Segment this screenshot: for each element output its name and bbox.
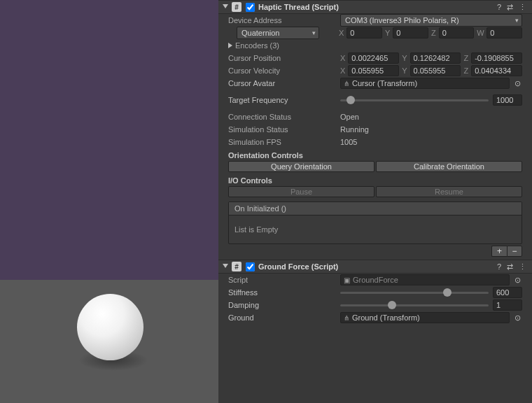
cursor-sphere xyxy=(77,294,144,360)
stiffness-slider[interactable] xyxy=(340,292,489,294)
cursor-pos-y[interactable] xyxy=(410,52,461,64)
io-controls-label: I/O Controls xyxy=(218,174,532,186)
connection-status-value: Open xyxy=(340,113,359,121)
simulation-status-value: Running xyxy=(340,125,369,134)
foldout-icon[interactable] xyxy=(221,262,230,271)
svg-marker-2 xyxy=(223,264,228,268)
script-icon: # xyxy=(232,2,241,12)
haptic-thread-header[interactable]: # Haptic Thread (Script) ? ⇄ ⋮ xyxy=(218,0,532,14)
resume-button[interactable]: Resume xyxy=(376,186,522,197)
quat-z-field[interactable] xyxy=(439,27,475,38)
scene-viewport xyxy=(0,0,218,403)
preset-icon[interactable]: ⇄ xyxy=(507,262,513,271)
simulation-status-label: Simulation Status xyxy=(228,125,340,134)
enable-checkbox[interactable] xyxy=(246,262,255,271)
device-address-dropdown[interactable]: COM3 (Inverse3 Philo Polaris, R) xyxy=(340,14,522,27)
svg-marker-1 xyxy=(228,43,232,48)
stiffness-field[interactable] xyxy=(493,287,522,298)
menu-icon[interactable]: ⋮ xyxy=(519,262,526,271)
damping-field[interactable] xyxy=(493,299,522,311)
transform-icon: ⋔ xyxy=(344,80,349,87)
target-frequency-slider[interactable] xyxy=(340,99,489,101)
cursor-vel-z[interactable] xyxy=(471,65,522,76)
device-address-label: Device Address xyxy=(228,16,340,24)
stiffness-label: Stiffness xyxy=(228,288,340,297)
viewport-sky xyxy=(0,0,218,280)
cursor-avatar-label: Cursor Avatar xyxy=(228,79,340,87)
slider-thumb[interactable] xyxy=(388,301,396,309)
add-listener-button[interactable]: + xyxy=(491,246,507,257)
damping-label: Damping xyxy=(228,301,340,309)
script-icon: # xyxy=(232,262,241,271)
help-icon[interactable]: ? xyxy=(497,3,501,12)
cursor-velocity-label: Cursor Velocity xyxy=(228,66,340,75)
damping-slider[interactable] xyxy=(340,304,489,306)
foldout-icon[interactable] xyxy=(221,3,230,11)
simulation-fps-value: 1005 xyxy=(340,138,357,146)
quat-x-field[interactable] xyxy=(346,27,382,38)
simulation-fps-label: Simulation FPS xyxy=(228,138,340,146)
encoders-foldout-icon[interactable] xyxy=(227,41,235,50)
object-picker-icon[interactable]: ⊙ xyxy=(512,79,522,88)
preset-icon[interactable]: ⇄ xyxy=(507,3,513,12)
component-title: Ground Force (Script) xyxy=(258,262,497,271)
cursor-vel-y[interactable] xyxy=(410,65,461,76)
script-field: ▣GroundForce xyxy=(340,274,510,285)
target-frequency-field[interactable] xyxy=(493,94,522,106)
target-frequency-label: Target Frequency xyxy=(228,96,340,104)
encoders-label[interactable]: Encoders (3) xyxy=(235,41,279,50)
ground-force-header[interactable]: # Ground Force (Script) ? ⇄ ⋮ xyxy=(218,260,532,274)
slider-thumb[interactable] xyxy=(346,96,355,104)
event-empty-text: List is Empty xyxy=(229,215,522,243)
script-label: Script xyxy=(228,276,340,284)
cursor-position-label: Cursor Position xyxy=(228,54,340,62)
component-title: Haptic Thread (Script) xyxy=(258,3,497,11)
slider-thumb[interactable] xyxy=(443,288,451,297)
cursor-pos-x[interactable] xyxy=(348,52,399,64)
rotation-mode-dropdown[interactable]: Quaternion xyxy=(237,27,319,39)
orientation-controls-label: Orientation Controls xyxy=(218,148,532,161)
query-orientation-button[interactable]: Query Orientation xyxy=(228,161,374,172)
remove-listener-button[interactable]: − xyxy=(507,246,522,257)
event-header: On Initialized () xyxy=(229,202,522,215)
script-ref-icon: ▣ xyxy=(344,276,350,284)
on-initialized-event: On Initialized () List is Empty xyxy=(228,202,522,244)
axis-x-label: X xyxy=(339,29,344,37)
axis-w-label: W xyxy=(477,29,484,37)
quat-w-field[interactable] xyxy=(486,27,522,38)
transform-icon: ⋔ xyxy=(344,314,349,322)
quat-y-field[interactable] xyxy=(393,27,428,38)
help-icon[interactable]: ? xyxy=(497,262,501,271)
calibrate-orientation-button[interactable]: Calibrate Orientation xyxy=(376,161,522,172)
ground-object-field[interactable]: ⋔Ground (Transform) xyxy=(340,312,510,323)
axis-y-label: Y xyxy=(385,29,390,37)
object-picker-icon[interactable]: ⊙ xyxy=(512,313,522,323)
cursor-vel-x[interactable] xyxy=(348,65,399,76)
inspector-panel: # Haptic Thread (Script) ? ⇄ ⋮ Device Ad… xyxy=(218,0,532,403)
cursor-avatar-field[interactable]: ⋔Cursor (Transform) xyxy=(340,78,510,89)
axis-z-label: Z xyxy=(431,29,436,37)
enable-checkbox[interactable] xyxy=(246,3,255,12)
viewport-ground xyxy=(0,280,218,403)
connection-status-label: Connection Status xyxy=(228,113,340,121)
object-picker-icon[interactable]: ⊙ xyxy=(512,276,522,285)
cursor-pos-z[interactable] xyxy=(471,52,522,64)
ground-label: Ground xyxy=(228,313,340,322)
svg-marker-0 xyxy=(223,4,228,8)
pause-button[interactable]: Pause xyxy=(228,186,374,197)
menu-icon[interactable]: ⋮ xyxy=(519,3,526,12)
